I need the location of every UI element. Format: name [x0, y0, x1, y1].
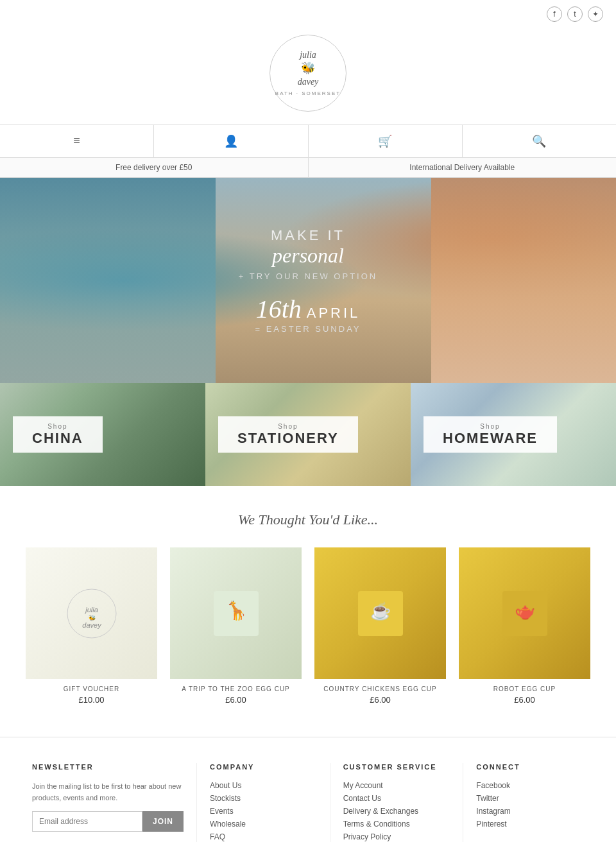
product-img-robot: 🫖: [459, 547, 590, 679]
connect-heading: CONNECT: [476, 763, 584, 771]
zoo-svg: 🦒: [210, 588, 262, 639]
connect-link-instagram[interactable]: Instagram: [476, 807, 584, 816]
product-price-gift: £10.00: [26, 695, 157, 705]
hero-left-decor: [0, 178, 216, 383]
logo-wrap: julia 🐝 davey BATH · SOMERSET: [0, 28, 616, 125]
svg-point-0: [67, 589, 116, 638]
product-zoo-egg-cup[interactable]: 🦒 A TRIP TO THE ZOO EGG CUP £6.00: [164, 541, 308, 711]
product-robot-egg-cup[interactable]: 🫖 ROBOT EGG CUP £6.00: [452, 541, 597, 711]
footer-company: COMPANY About Us Stockists Events Wholes…: [197, 763, 330, 842]
newsletter-heading: NEWSLETTER: [32, 763, 184, 771]
svg-text:🫖: 🫖: [515, 601, 536, 621]
cart-button[interactable]: 🛒: [309, 125, 463, 157]
delivery-bar: Free delivery over £50 International Del…: [0, 158, 616, 178]
product-name-chickens: COUNTRY CHICKENS EGG CUP: [314, 685, 446, 692]
nav-bar: ≡ 👤 🛒 🔍: [0, 125, 616, 158]
shop-card-homeware[interactable]: Shop HOMEWARE: [411, 383, 616, 486]
hero-banner: MAKE IT personal + TRY OUR NEW OPTION 16…: [0, 178, 616, 383]
email-input[interactable]: [32, 811, 142, 832]
connect-link-pinterest[interactable]: Pinterest: [476, 820, 584, 829]
logo[interactable]: julia 🐝 davey BATH · SOMERSET: [270, 35, 346, 112]
gift-svg: julia 🐝 davey: [66, 588, 117, 639]
cs-link-delivery[interactable]: Delivery & Exchanges: [343, 807, 450, 816]
connect-link-facebook[interactable]: Facebook: [476, 781, 584, 790]
search-button[interactable]: 🔍: [463, 125, 616, 157]
svg-text:☕: ☕: [370, 601, 391, 621]
menu-button[interactable]: ≡: [0, 125, 154, 157]
newsletter-text: Join the mailing list to be first to hea…: [32, 781, 184, 803]
product-chickens-egg-cup[interactable]: ☕ COUNTRY CHICKENS EGG CUP £6.00: [308, 541, 452, 711]
logo-subtitle: BATH · SOMERSET: [275, 90, 341, 97]
connect-link-twitter[interactable]: Twitter: [476, 794, 584, 803]
cs-link-account[interactable]: My Account: [343, 781, 450, 790]
account-button[interactable]: 👤: [154, 125, 308, 157]
product-img-zoo: 🦒: [170, 547, 302, 679]
facebook-icon[interactable]: f: [547, 6, 562, 22]
section-title: We Thought You'd Like...: [0, 486, 616, 541]
cs-link-contact[interactable]: Contact Us: [343, 794, 450, 803]
homeware-shop-label: Shop: [443, 423, 538, 430]
shop-card-stationery[interactable]: Shop STATIONERY: [205, 383, 411, 486]
product-price-zoo: £6.00: [170, 695, 302, 705]
newsletter-form: JOIN: [32, 811, 184, 832]
company-link-stockists[interactable]: Stockists: [210, 794, 317, 803]
company-heading: COMPANY: [210, 763, 317, 771]
product-price-robot: £6.00: [459, 695, 590, 705]
product-name-robot: ROBOT EGG CUP: [459, 685, 590, 692]
hero-right-decor: [431, 178, 616, 383]
china-label-box: Shop CHINA: [13, 417, 103, 453]
hero-april: APRIL: [307, 305, 361, 322]
shop-card-china[interactable]: Shop CHINA: [0, 383, 205, 486]
hero-easter: = EASTER SUNDAY: [239, 324, 377, 334]
logo-name-top: julia: [300, 49, 316, 61]
svg-text:🦒: 🦒: [225, 600, 247, 621]
products-grid: julia 🐝 davey GIFT VOUCHER £10.00 🦒 A TR…: [0, 541, 616, 737]
social-bar: f t ✦: [0, 0, 616, 28]
hero-personal-text: personal: [239, 244, 377, 268]
delivery-item-1: Free delivery over £50: [0, 158, 309, 177]
product-name-zoo: A TRIP TO THE ZOO EGG CUP: [170, 685, 302, 692]
china-shop-label: Shop: [32, 423, 83, 430]
product-gift-voucher[interactable]: julia 🐝 davey GIFT VOUCHER £10.00: [19, 541, 164, 711]
cs-link-terms[interactable]: Terms & Conditions: [343, 820, 450, 829]
instagram-icon[interactable]: ✦: [588, 6, 603, 22]
stationery-shop-label: Shop: [237, 423, 339, 430]
hero-date: 16th: [256, 294, 302, 324]
hero-make-text: MAKE IT: [239, 227, 377, 244]
hero-try-text: + TRY OUR NEW OPTION: [239, 271, 377, 281]
product-name-gift: GIFT VOUCHER: [26, 685, 157, 692]
company-link-events[interactable]: Events: [210, 807, 317, 816]
robot-svg: 🫖: [499, 588, 551, 639]
company-link-wholesale[interactable]: Wholesale: [210, 820, 317, 829]
footer-newsletter: NEWSLETTER Join the mailing list to be f…: [19, 763, 197, 842]
customer-service-heading: CUSTOMER SERVICE: [343, 763, 450, 771]
footer-customer-service: CUSTOMER SERVICE My Account Contact Us D…: [330, 763, 464, 842]
product-price-chickens: £6.00: [314, 695, 446, 705]
footer: NEWSLETTER Join the mailing list to be f…: [0, 737, 616, 842]
join-button[interactable]: JOIN: [142, 811, 184, 832]
product-img-chickens: ☕: [314, 547, 446, 679]
stationery-label-box: Shop STATIONERY: [218, 417, 358, 453]
logo-name-bot: davey: [298, 76, 319, 88]
svg-text:julia: julia: [84, 606, 98, 614]
chickens-svg: ☕: [355, 588, 406, 639]
logo-bee: 🐝: [301, 61, 315, 76]
homeware-label-box: Shop HOMEWARE: [424, 417, 557, 453]
delivery-item-2: International Delivery Available: [309, 158, 617, 177]
twitter-icon[interactable]: t: [567, 6, 583, 22]
company-link-faq[interactable]: FAQ: [210, 832, 317, 841]
footer-connect: CONNECT Facebook Twitter Instagram Pinte…: [463, 763, 597, 842]
cs-link-privacy[interactable]: Privacy Policy: [343, 832, 450, 841]
svg-text:davey: davey: [82, 621, 102, 629]
homeware-name-label: HOMEWARE: [443, 430, 538, 447]
stationery-name-label: STATIONERY: [237, 430, 339, 447]
shop-grid: Shop CHINA Shop STATIONERY Shop HOMEWARE: [0, 383, 616, 486]
hero-content: MAKE IT personal + TRY OUR NEW OPTION 16…: [239, 227, 377, 334]
company-link-about[interactable]: About Us: [210, 781, 317, 790]
product-img-gift: julia 🐝 davey: [26, 547, 157, 679]
china-name-label: CHINA: [32, 430, 83, 447]
